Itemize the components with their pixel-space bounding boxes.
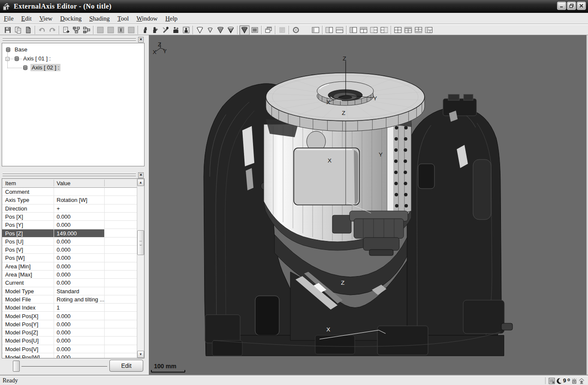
layout-right-split-button[interactable] xyxy=(369,25,379,35)
property-row-pos-y[interactable]: Pos [Y]0.000 xyxy=(2,221,137,229)
menu-help[interactable]: Help xyxy=(162,13,181,24)
toolbar xyxy=(0,24,588,35)
axis-node-icon xyxy=(22,64,29,71)
layout-left-split-button[interactable] xyxy=(379,25,389,35)
gray-box-dashed-button[interactable] xyxy=(116,25,126,35)
cascade-windows-button[interactable] xyxy=(263,25,274,35)
cone-wire-button[interactable] xyxy=(226,25,236,35)
property-row-model-file[interactable]: Model FileRoting and tilting ... xyxy=(2,295,137,304)
close-button[interactable] xyxy=(577,2,586,10)
figure-5-button[interactable] xyxy=(181,25,191,35)
property-row-model-pos-z[interactable]: Model Pos[Z]0.000 xyxy=(2,328,137,337)
page-dark-button[interactable] xyxy=(23,25,33,35)
cone-outline-button[interactable] xyxy=(195,25,205,35)
property-row-current[interactable]: Current0.000 xyxy=(2,279,137,287)
menu-docking[interactable]: Docking xyxy=(56,13,85,24)
ime-box-icon[interactable] xyxy=(549,378,555,384)
menu-tool[interactable]: Tool xyxy=(114,13,133,24)
save-button[interactable] xyxy=(3,25,13,35)
property-row-model-type[interactable]: Model TypeStandard xyxy=(2,287,137,295)
ime-language-bar[interactable]: 9o xyxy=(545,376,585,385)
window-title: ExternalAxis Editor - (No title) xyxy=(14,3,112,10)
vertical-scrollbar[interactable]: ▲ ▼ xyxy=(137,179,144,358)
menu-window[interactable]: Window xyxy=(133,13,161,24)
gray-box-button[interactable] xyxy=(106,25,116,35)
tree-item-base[interactable]: Base xyxy=(5,46,29,53)
model-front-panel xyxy=(294,148,359,205)
figure-2-button[interactable] xyxy=(150,25,160,35)
ime-quan-icon[interactable] xyxy=(579,378,585,384)
undo-button[interactable] xyxy=(37,25,47,35)
property-row-direction[interactable]: Direction+ xyxy=(2,205,137,213)
property-row-model-pos-y[interactable]: Model Pos[Y]0.000 xyxy=(2,320,137,328)
restore-button[interactable] xyxy=(567,2,576,10)
help-donut-button[interactable] xyxy=(291,25,301,35)
tree-panel-close-button[interactable]: ✕ xyxy=(138,37,144,42)
property-row-model-index[interactable]: Model Index1 xyxy=(2,304,137,312)
gray-tool-button[interactable] xyxy=(277,25,287,35)
axis-slider-handle[interactable] xyxy=(13,361,20,372)
scrollbar-thumb[interactable] xyxy=(137,230,144,255)
layout-col-grid-button[interactable] xyxy=(424,25,434,35)
property-row-comment[interactable]: Comment xyxy=(2,188,137,196)
image-view-button[interactable] xyxy=(250,25,260,35)
scroll-up-button[interactable]: ▲ xyxy=(137,179,144,186)
menu-file[interactable]: File xyxy=(0,13,18,24)
property-panel-close-button[interactable]: ✕ xyxy=(138,172,144,178)
copy-button[interactable] xyxy=(13,25,23,35)
redo-button[interactable] xyxy=(47,25,57,35)
property-row-area-min[interactable]: Area [Min]0.000 xyxy=(2,262,137,271)
layout-left-button[interactable] xyxy=(348,25,359,35)
cone-shaded-button[interactable] xyxy=(239,25,250,35)
cone-small-button[interactable] xyxy=(205,25,215,35)
left-dock-area: ✕ BaseAxis [ 01 ] :Axis [ 02 ] :− ✕ Item… xyxy=(0,35,146,376)
layout-grid-button[interactable] xyxy=(393,25,403,35)
property-row-pos-x[interactable]: Pos [X]0.000 xyxy=(2,213,137,221)
property-row-pos-v[interactable]: Pos [V]0.000 xyxy=(2,246,137,254)
minimize-button[interactable] xyxy=(557,2,566,10)
layout-single-button[interactable] xyxy=(311,25,321,35)
property-row-pos-u[interactable]: Pos [U]0.000 xyxy=(2,238,137,246)
property-row-area-max[interactable]: Area [Max]0.000 xyxy=(2,271,137,279)
column-header-value[interactable]: Value xyxy=(57,180,70,186)
menu-edit[interactable]: Edit xyxy=(18,13,36,24)
figure-1-button[interactable] xyxy=(140,25,150,35)
property-row-model-pos-w[interactable]: Model Pos[W]0.000 xyxy=(2,353,137,358)
axis-slider-track[interactable] xyxy=(21,366,107,367)
tree-connector xyxy=(7,59,8,68)
layout-grid-header-button[interactable] xyxy=(403,25,413,35)
layout-top-button[interactable] xyxy=(359,25,369,35)
ime-jian-icon[interactable] xyxy=(571,378,577,384)
property-panel-gripper[interactable]: ✕ xyxy=(2,172,145,177)
figure-4-button[interactable] xyxy=(171,25,181,35)
gray-box-button[interactable] xyxy=(126,25,136,35)
import-page-button[interactable] xyxy=(61,25,71,35)
module-chart-2-button[interactable] xyxy=(81,25,92,35)
figure-3-button[interactable] xyxy=(160,25,171,35)
ime-nine-icon[interactable]: 9 xyxy=(563,377,566,384)
menu-shading[interactable]: Shading xyxy=(85,13,114,24)
property-row-model-pos-u[interactable]: Model Pos[U]0.000 xyxy=(2,337,137,345)
layout-grid-bottom-button[interactable] xyxy=(413,25,424,35)
triad-label-y: Y xyxy=(163,48,167,54)
menu-view[interactable]: View xyxy=(36,13,57,24)
tree-panel-gripper[interactable]: ✕ xyxy=(2,37,145,42)
ime-deg-icon[interactable]: o xyxy=(567,377,570,385)
3d-viewport[interactable]: ZXY ZXYZXYZX 100 mm xyxy=(149,35,586,376)
window-frame-right xyxy=(586,35,588,376)
tree-item-axis-02[interactable]: Axis [ 02 ] : xyxy=(22,64,60,71)
cone-filled-button[interactable] xyxy=(215,25,226,35)
property-row-pos-w[interactable]: Pos [W]0.000 xyxy=(2,254,137,262)
property-row-pos-z[interactable]: Pos [Z]149.000 xyxy=(2,229,137,238)
gray-box-button[interactable] xyxy=(95,25,106,35)
scroll-down-button[interactable]: ▼ xyxy=(137,351,144,358)
ime-moon-icon[interactable] xyxy=(556,378,562,384)
property-row-axis-type[interactable]: Axis TypeRotation [W] xyxy=(2,196,137,204)
layout-2v-button[interactable] xyxy=(324,25,335,35)
property-row-model-pos-v[interactable]: Model Pos[V]0.000 xyxy=(2,345,137,353)
layout-2h-button[interactable] xyxy=(335,25,345,35)
module-chart-1-button[interactable] xyxy=(71,25,81,35)
column-header-item[interactable]: Item xyxy=(5,180,16,186)
edit-button[interactable]: Edit xyxy=(109,360,143,372)
property-row-model-pos-x[interactable]: Model Pos[X]0.000 xyxy=(2,312,137,320)
